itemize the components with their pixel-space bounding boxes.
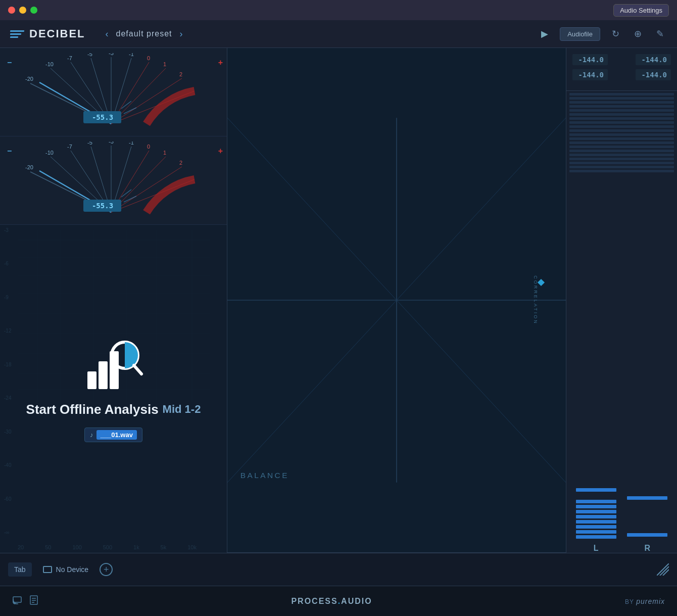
svg-text:-7: -7 [67,55,72,61]
level-top-left: -144.0 [572,54,608,65]
file-music-icon: ♪ [90,431,93,439]
svg-rect-65 [99,361,108,389]
r-label: R [644,544,650,553]
svg-text:-1: -1 [129,53,134,57]
traffic-lights [8,7,37,14]
svg-text:2: 2 [179,160,182,166]
meter-line [569,105,674,108]
tab-label: Tab [14,565,26,574]
level-bottom-left: -144.0 [572,69,608,80]
refresh-button[interactable]: ↻ [608,27,622,41]
main-content: − + [0,48,677,553]
vu-meter-channel1: − + [0,48,227,136]
svg-text:1: 1 [163,150,166,156]
footer-by: BY puremix [625,597,665,606]
logo-area: DECIBEL [10,27,85,41]
svg-text:-5: -5 [87,53,92,57]
svg-text:0: 0 [147,144,150,150]
svg-line-74 [657,563,669,576]
target-button[interactable]: ⊕ [631,27,645,41]
correlation-display: BALANCE CORRELATION [227,48,566,553]
r-peak-bar [627,496,667,500]
file-chip: ♪ ___01.wav [84,428,142,442]
audio-settings-button[interactable]: Audio Settings [613,4,669,17]
l-bar [576,515,616,518]
footer-left [12,595,38,607]
nav-bar: DECIBEL ‹ default preset › ▶ Audiofile ↻… [0,20,677,48]
app-container: DECIBEL ‹ default preset › ▶ Audiofile ↻… [0,20,677,616]
meter-line [569,113,674,116]
svg-text:-7: -7 [67,144,72,150]
meter-line [569,101,674,104]
meter-line [569,93,674,96]
title-bar: Audio Settings [0,0,677,20]
correlation-label: CORRELATION [533,275,538,324]
svg-text:-55.3: -55.3 [92,202,113,210]
svg-text:2: 2 [179,71,182,77]
no-device-tab[interactable]: No Device [37,562,95,577]
clipboard-icon[interactable] [29,595,38,607]
level-readings: -144.0 -144.0 -144.0 -144.0 [566,48,677,91]
overlay-main-text: Start Offline Analysis Mid 1-2 [26,402,201,417]
level-bottom-right: -144.0 [636,69,671,80]
maximize-button[interactable] [30,7,37,14]
meter-line [569,170,674,172]
meter-line [569,97,674,100]
meter-line [569,146,674,148]
preset-name: default preset [116,29,172,38]
l-bar-stack [576,500,616,539]
center-panel: BALANCE CORRELATION [227,48,566,553]
svg-rect-64 [87,371,96,389]
l-bar [576,520,616,524]
level-row-2: -144.0 -144.0 [572,69,671,80]
footer-logo: PROCESS.AUDIO [291,597,372,606]
meter-line [569,166,674,168]
offline-analysis-overlay[interactable]: Start Offline Analysis Mid 1-2 ♪ ___01.w… [0,225,227,553]
tab-settings-icon[interactable] [657,563,669,576]
svg-line-22 [124,108,136,114]
play-button[interactable]: ▶ [538,27,552,41]
r-channel-bars: R [627,496,667,553]
close-button[interactable] [8,7,15,14]
l-label: L [594,544,599,553]
preset-next-button[interactable]: › [180,29,183,39]
file-name-label: ___01.wav [96,430,137,440]
svg-text:-20: -20 [25,164,33,170]
right-panel: -144.0 -144.0 -144.0 -144.0 [566,48,677,553]
preset-prev-button[interactable]: ‹ [106,29,109,39]
meter-line [569,150,674,152]
add-tab-button[interactable]: + [100,563,113,576]
meter-line [569,158,674,160]
l-bar [576,530,616,534]
svg-line-46 [124,196,136,202]
svg-text:-3: -3 [109,53,114,56]
svg-line-76 [663,570,669,576]
svg-text:-20: -20 [25,76,33,82]
svg-text:-10: -10 [45,61,54,67]
level-top-right: -144.0 [636,54,671,65]
level-row-1: -144.0 -144.0 [572,54,671,65]
analysis-icon [83,336,144,392]
minimize-button[interactable] [19,7,26,14]
vu1-minus-label: − [7,58,12,67]
vu2-minus-label: − [7,147,12,156]
l-bar [576,535,616,539]
cast-icon[interactable] [12,595,22,607]
meter-line [569,141,674,144]
lr-bar-meters: L R [566,462,677,553]
l-bar [576,505,616,508]
vu-meter-1-svg: -20 -10 -7 -5 -3 -1 0 1 2 [5,53,217,129]
l-bar [576,500,616,503]
tab-item[interactable]: Tab [8,562,32,577]
svg-rect-77 [13,597,21,602]
svg-line-68 [134,365,141,374]
svg-text:-5: -5 [87,141,92,146]
meter-lines-section [566,91,677,462]
audiofile-button[interactable]: Audiofile [560,27,600,41]
vu1-plus-label: + [218,58,223,67]
bottom-tab-bar: Tab No Device + [0,553,677,586]
edit-button[interactable]: ✎ [653,27,667,41]
meter-line [569,137,674,140]
left-panel: − + [0,48,227,553]
vu2-plus-label: + [218,147,223,156]
